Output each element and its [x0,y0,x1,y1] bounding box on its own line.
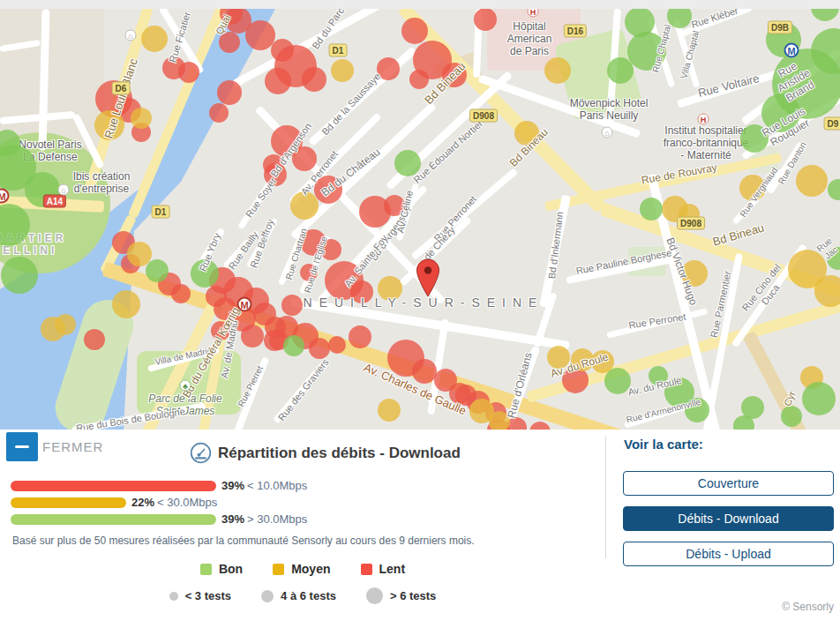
bar-row: 22%< 30.0Mbps [11,497,217,508]
tests-legend-item: 4 à 6 tests [261,589,336,602]
legend-color-swatch [361,564,372,575]
panel-title: Répartition des débits - Download [218,445,461,462]
measurement-dot [378,399,401,422]
measurement-dot [412,359,437,384]
measurement-dot [131,108,152,129]
bar-row: 39%< 10.0Mbps [11,480,307,491]
quality-legend-item: Moyen [273,562,330,576]
lodging-icon: ⌂ [58,184,70,196]
tests-size-circle [366,587,383,604]
map-marker[interactable] [416,258,440,303]
poi-label: Mövenpick Hotel Paris Neuilly [570,98,649,123]
close-panel-button[interactable] [6,432,38,461]
tests-legend: < 3 tests4 à 6 tests> 6 tests [0,587,605,604]
measurement-dot [141,26,168,52]
map-type-button-d-bits-upload[interactable]: Débits - Upload [623,542,834,566]
distribution-bar [11,497,126,508]
measurement-dot [146,259,169,282]
map-type-button-d-bits-download[interactable]: Débits - Download [623,506,834,531]
quality-legend-item: Bon [200,562,243,576]
road-badge: D16 [564,25,587,38]
measurement-dot [640,198,663,221]
legend-label: Moyen [291,562,330,576]
road-badge: D1 [152,206,170,219]
panel-title-row: Répartition des débits - Download [190,442,461,464]
measurement-dot [328,336,346,354]
measurement-dot [401,18,428,44]
measurement-dot [112,290,140,318]
bar-label: 22%< 30.0Mbps [131,496,217,509]
attribution: © Sensorly [782,601,834,613]
quality-legend-item: Lent [361,562,406,576]
map-canvas[interactable]: + − Novotel Paris La DefenseIbis créatio… [0,9,840,430]
legend-color-swatch [273,564,284,575]
measurement-dot [265,68,291,94]
measurement-dot [209,103,229,123]
legend-label: Lent [379,562,406,576]
road-badge: A14 [43,195,66,208]
measurement-dot [781,406,802,427]
road-badge: D9 [824,117,840,131]
measurement-dot [409,70,429,89]
bar-label: 39%< 10.0Mbps [221,479,307,492]
poi-label: Hôpital American de Paris [507,21,552,57]
tests-legend-item: > 6 tests [366,587,436,604]
measurement-dot [349,325,371,348]
measurement-dot [241,325,264,348]
measurement-dot [814,275,840,307]
legend-label: Bon [219,562,243,576]
distribution-bar [11,481,216,491]
road-badge: D6 [112,82,131,95]
speedometer-icon [190,442,212,464]
legend-color-swatch [200,564,212,575]
bar-row: 39%> 30.0Mbps [11,513,307,525]
minus-icon [15,445,29,448]
map-type-button-couverture[interactable]: Couverture [623,471,834,496]
measurement-dot [171,284,191,303]
top-strip [0,0,840,9]
poi-label: Ibis création d'entreprise [73,171,131,196]
measurement-dot [55,314,76,335]
measurement-dot [290,191,319,220]
measurement-dot [206,286,227,307]
tests-size-circle [169,592,178,601]
measurement-dot [796,165,828,197]
distribution-bar [11,514,216,525]
measurement-dot [217,80,242,105]
road-badge: D9B [768,21,792,34]
lodging-icon: ⌂ [125,30,137,41]
measurement-dot [178,62,199,83]
bottom-panel: FERMER Répartition des débits - Download… [0,430,840,628]
metro-icon: M [237,297,252,312]
measurement-dot [283,335,304,356]
tests-label: > 6 tests [390,589,436,602]
park-icon: ♣ [180,380,191,392]
tests-legend-item: < 3 tests [169,589,231,602]
quality-legend: BonMoyenLent [0,562,605,576]
measurement-dot [331,59,354,82]
measurement-dot [281,295,303,316]
poi-label: Institut hospitalier franco-britannique … [664,125,749,161]
sensorly-coverage-page: + − Novotel Paris La DefenseIbis créatio… [0,0,840,628]
road-badge: D908 [677,217,705,230]
vertical-divider [605,437,606,558]
measurement-dot [309,338,330,359]
measurement-dot [302,67,326,92]
hospital-icon: H [698,114,709,125]
close-panel-label: FERMER [42,439,103,454]
measurement-dot [84,329,105,350]
tests-size-circle [261,590,274,602]
measurement-dot [1,257,38,294]
bar-label: 39%> 30.0Mbps [221,512,307,526]
sidebar-heading: Voir la carte: [624,437,703,452]
road-badge: D1 [329,44,348,57]
road-badge: D908 [469,109,498,123]
lodging-icon: ⌂ [602,127,613,138]
measurement-dot [474,9,497,31]
tests-label: 4 à 6 tests [281,589,336,602]
measurement-dot [264,330,285,351]
measurement-dot [802,382,836,415]
tests-label: < 3 tests [185,589,231,602]
measurement-note: Basé sur plus de 50 mesures réalisées pa… [12,535,595,547]
metro-icon: M [784,43,799,58]
